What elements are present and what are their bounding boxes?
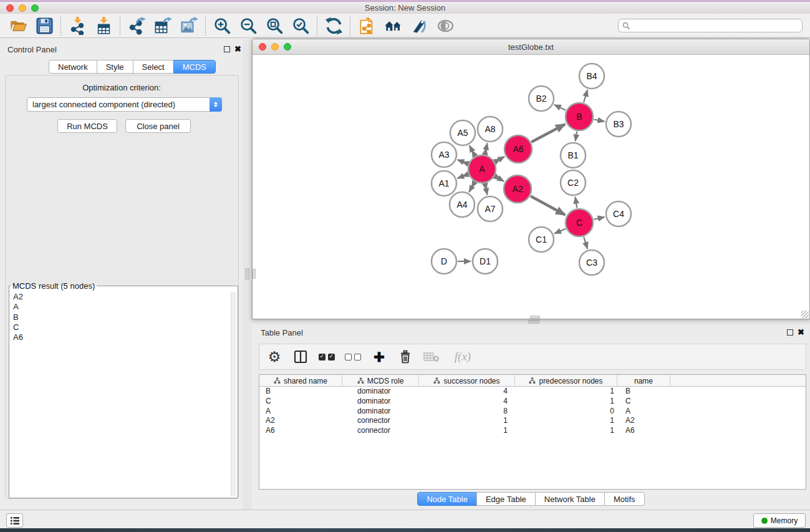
table-cell[interactable]: B [617, 387, 670, 397]
table-cell[interactable]: 4 [419, 387, 515, 397]
close-panel-button[interactable]: Close panel [125, 119, 191, 133]
table-row[interactable]: A6connector11A6 [259, 426, 806, 436]
table-cell[interactable]: A2 [259, 416, 342, 426]
table-tab-node-table[interactable]: Node Table [417, 492, 477, 506]
network-node-C1[interactable]: C1 [529, 227, 554, 252]
table-cell[interactable]: A [617, 407, 670, 417]
table-cell[interactable]: C [617, 397, 670, 407]
table-cell[interactable]: 1 [515, 416, 617, 426]
network-node-A1[interactable]: A1 [432, 171, 456, 196]
edge-C-C2[interactable] [576, 197, 577, 208]
edge-A-A8[interactable] [485, 143, 488, 155]
table-cell[interactable]: 1 [515, 387, 617, 397]
search-field[interactable] [618, 19, 803, 32]
task-history-button[interactable] [6, 513, 23, 528]
table-cell[interactable]: A6 [617, 426, 670, 436]
import-table-button[interactable] [90, 14, 117, 37]
search-input[interactable] [633, 21, 798, 30]
network-node-D[interactable]: D [432, 249, 456, 274]
tab-select[interactable]: Select [133, 60, 174, 74]
network-node-A2[interactable]: A2 [504, 175, 531, 203]
table-cell[interactable]: 0 [515, 407, 617, 417]
network-node-C2[interactable]: C2 [561, 170, 586, 195]
zoom-fit-button[interactable] [261, 14, 287, 37]
table-cell[interactable]: 1 [515, 426, 617, 436]
splitter-handle[interactable] [245, 268, 249, 279]
table-cell[interactable]: 8 [419, 407, 515, 417]
close-panel-icon[interactable]: ✖ [798, 329, 804, 336]
network-node-A8[interactable]: A8 [478, 117, 503, 142]
edge-B-B1[interactable] [576, 132, 577, 142]
window-resize-grip[interactable] [801, 311, 809, 318]
close-panel-icon[interactable]: ✖ [234, 46, 241, 52]
deselect-all-button[interactable] [344, 347, 362, 366]
edge-C-C4[interactable] [594, 217, 604, 220]
zoom-out-button[interactable] [235, 14, 261, 37]
edge-B-B3[interactable] [594, 119, 605, 121]
double-home-button[interactable] [380, 14, 406, 37]
eye-button[interactable] [432, 14, 458, 37]
network-node-A7[interactable]: A7 [478, 196, 503, 221]
float-panel-icon[interactable] [224, 46, 230, 52]
import-network-button[interactable] [64, 14, 90, 37]
tab-mcds[interactable]: MCDS [173, 60, 216, 74]
edge-A-A7[interactable] [485, 184, 488, 195]
splitter-handle[interactable] [528, 320, 539, 324]
edge-C-C1[interactable] [554, 229, 566, 234]
network-node-B3[interactable]: B3 [606, 112, 631, 137]
edge-A-A6[interactable] [495, 157, 504, 162]
table-settings-button[interactable]: ⚙ [266, 347, 283, 366]
network-node-A3[interactable]: A3 [432, 142, 456, 167]
vertical-splitter[interactable] [243, 39, 252, 510]
function-builder-button[interactable]: f(x) [449, 347, 476, 366]
network-node-B1[interactable]: B1 [561, 143, 586, 168]
edge-A6-B[interactable] [531, 124, 565, 142]
table-cell[interactable]: C [259, 397, 342, 407]
edge-A-A3[interactable] [458, 160, 468, 163]
tab-style[interactable]: Style [97, 60, 133, 74]
edge-A-A2[interactable] [495, 177, 504, 181]
table-cell[interactable]: B [259, 387, 342, 397]
edge-A-A4[interactable] [469, 182, 475, 192]
network-node-A4[interactable]: A4 [450, 192, 475, 217]
export-network-button[interactable] [123, 14, 150, 37]
table-tab-edge-table[interactable]: Edge Table [476, 492, 536, 506]
horizontal-splitter[interactable] [252, 319, 810, 324]
table-cell[interactable]: connector [342, 426, 419, 436]
table-cell[interactable]: 1 [419, 426, 515, 436]
zoom-in-button[interactable] [209, 14, 235, 37]
canvas-scroll-stub[interactable] [253, 269, 256, 279]
table-cell[interactable]: 1 [515, 397, 617, 407]
column-header-predecessor-nodes[interactable]: predecessor nodes [515, 375, 617, 387]
column-header-name[interactable]: name [617, 375, 670, 387]
mcds-result-list[interactable]: A2ABCA6 [11, 292, 230, 496]
pen-slash-button[interactable] [406, 14, 432, 37]
criterion-select[interactable]: largest connected component (directed) [27, 97, 222, 112]
table-tab-motifs[interactable]: Motifs [604, 492, 645, 506]
result-item[interactable]: C [13, 322, 230, 332]
network-node-B2[interactable]: B2 [529, 86, 554, 111]
table-cell[interactable]: A2 [617, 416, 670, 426]
canvas-scroll-stub[interactable] [530, 316, 540, 319]
network-node-D1[interactable]: D1 [473, 249, 498, 274]
edge-C-C3[interactable] [584, 237, 587, 249]
table-cell[interactable]: dominator [342, 397, 419, 407]
edge-B-B4[interactable] [584, 90, 587, 102]
zoom-selected-button[interactable] [287, 14, 314, 37]
result-item[interactable]: B [13, 312, 230, 322]
table-tab-network-table[interactable]: Network Table [535, 492, 605, 506]
network-node-A5[interactable]: A5 [450, 120, 475, 145]
network-from-selection-button[interactable] [354, 14, 380, 37]
table-row[interactable]: Adominator80A [259, 407, 806, 417]
result-item[interactable]: A [13, 302, 230, 312]
network-node-C3[interactable]: C3 [579, 250, 604, 275]
table-cell[interactable]: dominator [342, 387, 419, 397]
table-cell[interactable]: A [259, 407, 342, 417]
column-header-MCDS-role[interactable]: MCDS role [342, 375, 419, 387]
edge-A-A1[interactable] [458, 174, 468, 178]
network-node-A[interactable]: A [468, 155, 496, 183]
open-session-button[interactable] [5, 14, 31, 37]
add-column-button[interactable]: ✚ [370, 347, 388, 366]
result-scrollbar[interactable] [231, 292, 236, 496]
export-table-button[interactable] [150, 14, 176, 37]
